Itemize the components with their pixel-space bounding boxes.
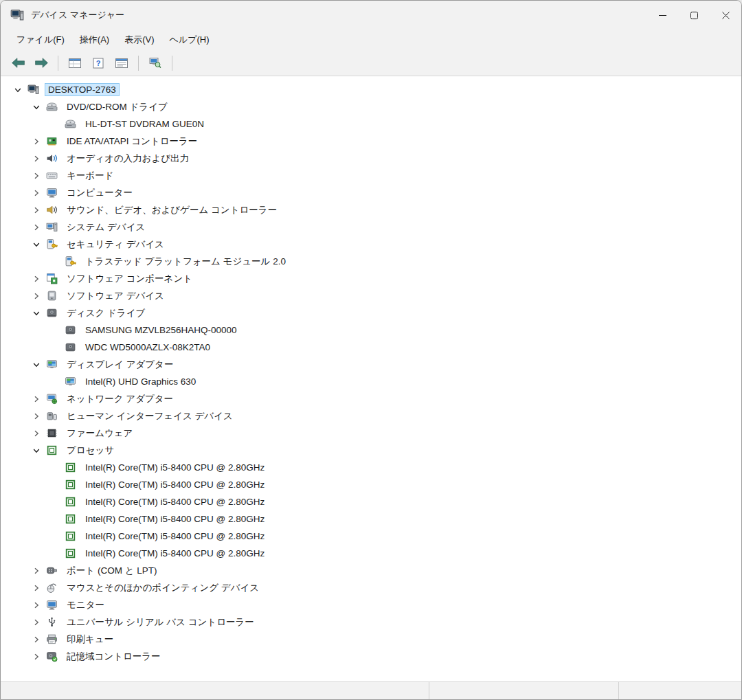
chevron-right-icon[interactable] bbox=[27, 137, 45, 146]
tree-item[interactable]: Intel(R) Core(TM) i5-8400 CPU @ 2.80GHz bbox=[1, 528, 741, 545]
back-button[interactable] bbox=[8, 54, 28, 73]
security-icon bbox=[45, 238, 58, 250]
chevron-right-icon[interactable] bbox=[27, 412, 45, 420]
chevron-right-icon[interactable] bbox=[27, 189, 45, 197]
computer-icon bbox=[27, 84, 40, 95]
tree-item-label: ソフトウェア デバイス bbox=[63, 289, 168, 304]
tree-item[interactable]: マウスとそのほかのポインティング デバイス bbox=[1, 579, 741, 596]
chevron-right-icon[interactable] bbox=[27, 567, 45, 575]
console-tree-button[interactable] bbox=[65, 54, 85, 73]
cpu-icon bbox=[64, 496, 77, 508]
tree-item[interactable]: DESKTOP-2763 bbox=[1, 81, 741, 98]
chevron-down-icon[interactable] bbox=[27, 103, 45, 111]
tree-item[interactable]: コンピューター bbox=[1, 184, 741, 201]
tree-item[interactable]: Intel(R) Core(TM) i5-8400 CPU @ 2.80GHz bbox=[1, 510, 741, 528]
tree-item[interactable]: ファームウェア bbox=[1, 425, 741, 442]
tree-item-label: SAMSUNG MZVLB256HAHQ-00000 bbox=[82, 324, 240, 337]
tree-item[interactable]: Intel(R) Core(TM) i5-8400 CPU @ 2.80GHz bbox=[1, 459, 741, 476]
tree-item[interactable]: HL-DT-ST DVDRAM GUE0N bbox=[1, 115, 741, 133]
tree-item[interactable]: サウンド、ビデオ、およびゲーム コントローラー bbox=[1, 201, 741, 218]
chevron-down-icon[interactable] bbox=[27, 309, 45, 317]
close-button[interactable] bbox=[710, 1, 741, 30]
chevron-right-icon[interactable] bbox=[27, 635, 45, 644]
chevron-right-icon[interactable] bbox=[27, 172, 45, 180]
usb-icon bbox=[45, 616, 58, 628]
tree-item[interactable]: ヒューマン インターフェイス デバイス bbox=[1, 407, 741, 425]
tree-item[interactable]: プロセッサ bbox=[1, 442, 741, 459]
tree-item-label: DESKTOP-2763 bbox=[45, 83, 120, 96]
cpu-icon bbox=[64, 462, 77, 473]
cpu-icon bbox=[64, 530, 77, 542]
help-button[interactable]: ? bbox=[88, 54, 109, 73]
tree-item-label: ファームウェア bbox=[63, 426, 136, 441]
tree-item-label: Intel(R) Core(TM) i5-8400 CPU @ 2.80GHz bbox=[82, 495, 268, 508]
tree-item[interactable]: IDE ATA/ATAPI コントローラー bbox=[1, 133, 741, 150]
tree-item[interactable]: WDC WD5000AZLX-08K2TA0 bbox=[1, 339, 741, 356]
chevron-right-icon[interactable] bbox=[27, 653, 45, 661]
forward-arrow-icon bbox=[34, 57, 49, 69]
maximize-button[interactable] bbox=[678, 1, 710, 30]
minimize-button[interactable] bbox=[647, 1, 678, 30]
tree-item[interactable]: ネットワーク アダプター bbox=[1, 390, 741, 407]
devices-button[interactable] bbox=[179, 54, 199, 73]
chevron-down-icon[interactable] bbox=[27, 361, 45, 369]
device-manager-window: デバイス マネージャー ファイル(F)操作(A)表示(V)ヘルプ(H) ? DE… bbox=[0, 0, 742, 700]
audio-icon bbox=[45, 153, 58, 164]
tree-item-label: HL-DT-ST DVDRAM GUE0N bbox=[82, 117, 207, 131]
tree-item[interactable]: オーディオの入力および出力 bbox=[1, 150, 741, 167]
chevron-down-icon[interactable] bbox=[27, 447, 45, 455]
tree-item[interactable]: 印刷キュー bbox=[1, 631, 741, 648]
chevron-right-icon[interactable] bbox=[27, 429, 45, 438]
chevron-down-icon[interactable] bbox=[27, 240, 45, 249]
menu-view[interactable]: 表示(V) bbox=[117, 31, 161, 49]
keyboard-icon bbox=[45, 170, 58, 181]
tree-item-label: WDC WD5000AZLX-08K2TA0 bbox=[82, 341, 214, 354]
cpu-icon bbox=[64, 547, 77, 559]
tree-item[interactable]: Intel(R) UHD Graphics 630 bbox=[1, 373, 741, 390]
chevron-right-icon[interactable] bbox=[27, 584, 45, 592]
titlebar: デバイス マネージャー bbox=[1, 1, 741, 30]
tree-item[interactable]: トラステッド プラットフォーム モジュール 2.0 bbox=[1, 253, 741, 270]
cpu-icon bbox=[64, 513, 77, 525]
chevron-right-icon[interactable] bbox=[27, 223, 45, 232]
tree-item-label: ソフトウェア コンポーネント bbox=[63, 271, 196, 286]
tree-item[interactable]: ポート (COM と LPT) bbox=[1, 562, 741, 579]
tree-item[interactable]: ディスク ドライブ bbox=[1, 304, 741, 321]
tree-item[interactable]: ディスプレイ アダプター bbox=[1, 356, 741, 373]
tree-item-label: セキュリティ デバイス bbox=[63, 237, 168, 252]
tree-item[interactable]: モニター bbox=[1, 596, 741, 613]
chevron-right-icon[interactable] bbox=[27, 618, 45, 626]
properties-button[interactable] bbox=[111, 54, 132, 73]
help-icon: ? bbox=[93, 58, 104, 69]
menu-help[interactable]: ヘルプ(H) bbox=[162, 31, 217, 49]
tree-item[interactable]: セキュリティ デバイス bbox=[1, 236, 741, 253]
tree-item[interactable]: DVD/CD-ROM ドライブ bbox=[1, 98, 741, 115]
tree-item[interactable]: システム デバイス bbox=[1, 218, 741, 236]
window-controls bbox=[647, 1, 741, 30]
scan-hardware-changes-button[interactable] bbox=[145, 54, 166, 73]
tree-item[interactable]: ユニバーサル シリアル バス コントローラー bbox=[1, 613, 741, 631]
forward-button[interactable] bbox=[31, 54, 52, 73]
scan-icon bbox=[149, 57, 161, 69]
tree-item[interactable]: ソフトウェア コンポーネント bbox=[1, 270, 741, 287]
chevron-right-icon[interactable] bbox=[27, 275, 45, 283]
tree-item[interactable]: 記憶域コントローラー bbox=[1, 648, 741, 665]
tree-item-label: IDE ATA/ATAPI コントローラー bbox=[63, 134, 201, 149]
chevron-right-icon[interactable] bbox=[27, 601, 45, 609]
tree-item[interactable]: Intel(R) Core(TM) i5-8400 CPU @ 2.80GHz bbox=[1, 545, 741, 562]
chevron-down-icon[interactable] bbox=[9, 86, 27, 94]
chevron-right-icon[interactable] bbox=[27, 155, 45, 163]
tree-item[interactable]: ソフトウェア デバイス bbox=[1, 287, 741, 304]
chevron-right-icon[interactable] bbox=[27, 292, 45, 300]
menu-action[interactable]: 操作(A) bbox=[72, 31, 117, 49]
tree-item[interactable]: Intel(R) Core(TM) i5-8400 CPU @ 2.80GHz bbox=[1, 476, 741, 493]
menu-file[interactable]: ファイル(F) bbox=[9, 31, 72, 49]
tree-item-label: ディスプレイ アダプター bbox=[63, 357, 177, 372]
back-arrow-icon bbox=[11, 57, 25, 69]
disk-icon bbox=[45, 307, 58, 319]
chevron-right-icon[interactable] bbox=[27, 206, 45, 214]
tree-item[interactable]: Intel(R) Core(TM) i5-8400 CPU @ 2.80GHz bbox=[1, 493, 741, 510]
chevron-right-icon[interactable] bbox=[27, 395, 45, 403]
tree-item[interactable]: SAMSUNG MZVLB256HAHQ-00000 bbox=[1, 321, 741, 339]
tree-item[interactable]: キーボード bbox=[1, 167, 741, 184]
